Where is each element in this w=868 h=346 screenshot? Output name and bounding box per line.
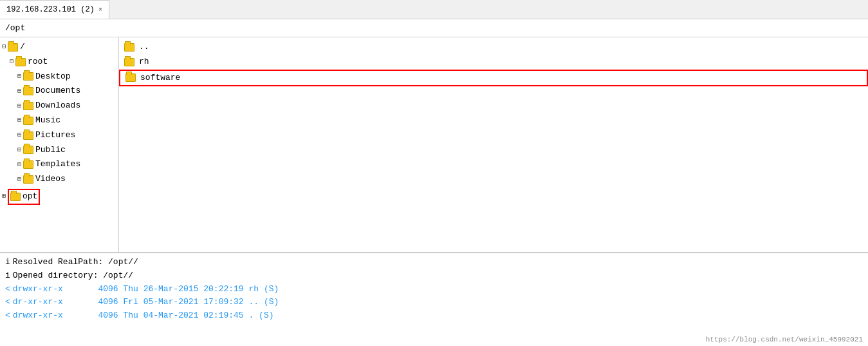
tab-label: 192.168.223.101 (2) [6,5,95,14]
expander-icon: ⊞ [15,145,23,155]
folder-icon [10,193,21,201]
folder-icon [23,131,33,140]
console-area: i Resolved RealPath: /opt// i Opened dir… [0,253,868,346]
tree-item-desktop[interactable]: ⊞ Desktop [0,70,118,84]
folder-icon [23,102,33,110]
folder-icon [23,146,33,154]
folder-icon [23,160,33,169]
expander-icon: ⊟ [0,42,8,52]
opt-highlight-box: opt [8,189,40,205]
folder-icon [23,117,33,125]
folder-icon [124,43,134,52]
folder-icon [124,58,134,66]
expander-icon: ⊞ [15,72,23,82]
console-line-2: i Opened directory: /opt// [5,269,863,283]
tree-item-documents[interactable]: ⊞ Documents [0,84,118,99]
file-item-software[interactable]: software [119,70,868,87]
path-value: /opt [5,23,25,33]
folder-icon [23,87,33,95]
tree-item-pictures[interactable]: ⊞ Pictures [0,128,118,143]
console-line-5: < drwxr-xr-x 4096 Thu 04-Mar-2021 02:19:… [5,309,863,323]
main-area: ⊟ / ⊟ root ⊞ Desktop ⊞ Documents ⊞ [0,37,868,253]
tree-item-root[interactable]: ⊟ root [0,55,118,70]
tab-bar: 192.168.223.101 (2) × [0,0,868,19]
file-panel: .. rh software [119,37,868,252]
folder-icon [15,58,26,66]
console-url: https://blog.csdn.net/weixin_45992021 [706,336,863,343]
tree-item-public[interactable]: ⊞ Public [0,143,118,158]
expander-icon: ⊟ [8,57,15,67]
tree-item-root-slash[interactable]: ⊟ / [0,40,118,55]
tree-item-opt[interactable]: ⊞ opt [0,188,118,206]
path-bar: /opt [0,19,868,37]
tree-item-videos[interactable]: ⊞ Videos [0,172,118,187]
tree-item-templates[interactable]: ⊞ Templates [0,157,118,172]
expander-icon: ⊞ [0,191,8,202]
tree-item-music[interactable]: ⊞ Music [0,113,118,128]
folder-icon [8,43,18,52]
console-line-1: i Resolved RealPath: /opt// [5,256,863,269]
expander-icon: ⊞ [15,86,23,97]
expander-icon: ⊞ [15,101,23,111]
console-line-4: < dr-xr-xr-x 4096 Fri 05-Mar-2021 17:09:… [5,296,863,309]
tab-close-button[interactable]: × [98,6,103,14]
folder-icon [23,72,33,81]
expander-icon: ⊞ [15,175,23,185]
tree-item-downloads[interactable]: ⊞ Downloads [0,99,118,113]
expander-icon: ⊞ [15,115,23,126]
folder-icon [23,175,33,184]
tab-main[interactable]: 192.168.223.101 (2) × [0,0,109,19]
file-item-rh[interactable]: rh [119,55,868,70]
file-item-dotdot[interactable]: .. [119,40,868,55]
expander-icon: ⊞ [15,130,23,140]
folder-icon [125,73,136,82]
tree-panel: ⊟ / ⊟ root ⊞ Desktop ⊞ Documents ⊞ [0,37,119,252]
expander-icon: ⊞ [15,160,23,170]
console-line-3: < drwxr-xr-x 4096 Thu 26-Mar-2015 20:22:… [5,283,863,296]
